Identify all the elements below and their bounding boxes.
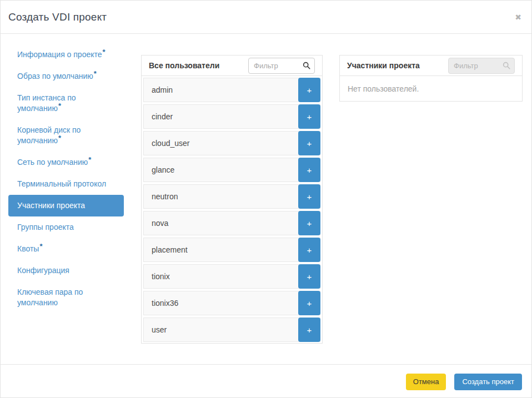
sidebar-item-project-groups[interactable]: Группы проекта [8, 216, 124, 238]
sidebar-item-label: Тип инстанса по умолчанию [17, 93, 76, 113]
required-asterisk: * [88, 155, 91, 164]
all-users-panel-header: Все пользователи [142, 56, 322, 76]
dialog-title: Создать VDI проект [8, 11, 107, 23]
sidebar-item-label: Квоты [17, 244, 39, 253]
sidebar-item-label: Терминальный протокол [17, 179, 106, 188]
all-users-title: Все пользователи [149, 61, 219, 70]
members-empty-message: Нет пользователей. [340, 76, 522, 101]
required-asterisk: * [103, 48, 106, 56]
user-name: tionix [152, 272, 170, 281]
project-members-title: Участники проекта [347, 61, 420, 70]
user-name: placement [152, 245, 188, 254]
project-members-filter [448, 58, 515, 74]
user-row: tionix+ [143, 264, 320, 289]
add-user-button[interactable]: + [298, 318, 320, 342]
all-users-filter [248, 58, 315, 74]
sidebar-item-default-root-disk[interactable]: Корневой диск по умолчанию* [8, 119, 124, 152]
user-row: placement+ [143, 238, 320, 262]
close-icon[interactable]: ✖ [515, 13, 521, 21]
add-user-button[interactable]: + [298, 158, 320, 182]
sidebar-item-label: Ключевая пара по умолчанию [17, 288, 83, 307]
sidebar-item-default-network[interactable]: Сеть по умолчанию* [8, 152, 124, 173]
user-row: tionix36+ [143, 291, 320, 315]
add-user-button[interactable]: + [298, 264, 320, 289]
dialog-footer: Отмена Создать проект [1, 364, 531, 398]
sidebar-item-label: Сеть по умолчанию [17, 158, 88, 167]
sidebar-item-default-flavor[interactable]: Тип инстанса по умолчанию* [8, 87, 124, 119]
create-project-button[interactable]: Создать проект [454, 374, 522, 390]
dialog-header: Создать VDI проект ✖ [1, 1, 531, 34]
required-asterisk: * [58, 102, 61, 110]
required-asterisk: * [58, 134, 61, 142]
user-name: neutron [152, 192, 178, 201]
sidebar-item-label: Группы проекта [17, 223, 74, 231]
sidebar-item-terminal-protocol[interactable]: Терминальный протокол [8, 173, 124, 195]
user-row: admin+ [143, 78, 320, 102]
sidebar-item-label: Образ по умолчанию [17, 72, 93, 80]
project-members-panel: Участники проекта Нет пользователей. [339, 55, 523, 102]
add-user-button[interactable]: + [298, 238, 320, 262]
required-asterisk: * [94, 69, 97, 78]
user-name: tionix36 [152, 299, 178, 308]
search-icon [503, 62, 510, 69]
sidebar-item-default-keypair[interactable]: Ключевая пара по умолчанию [8, 281, 124, 314]
sidebar-item-quotas[interactable]: Квоты* [8, 238, 124, 260]
user-row: glance+ [143, 158, 320, 182]
sidebar-item-label: Информация о проекте [17, 50, 102, 59]
user-name: nova [152, 219, 168, 228]
user-row: neutron+ [143, 184, 320, 209]
wizard-tabs: Информация о проекте*Образ по умолчанию*… [8, 44, 124, 314]
add-user-button[interactable]: + [298, 104, 320, 129]
add-user-button[interactable]: + [298, 291, 320, 315]
user-name: cinder [152, 112, 173, 121]
project-members-panel-header: Участники проекта [340, 56, 522, 76]
cancel-button[interactable]: Отмена [406, 374, 446, 390]
user-name: cloud_user [152, 139, 190, 148]
user-row: cloud_user+ [143, 131, 320, 155]
add-user-button[interactable]: + [298, 184, 320, 209]
sidebar-item-configuration[interactable]: Конфигурация [8, 260, 124, 281]
user-row: cinder+ [143, 104, 320, 129]
sidebar-item-label: Конфигурация [17, 266, 69, 275]
sidebar-item-default-image[interactable]: Образ по умолчанию* [8, 66, 124, 87]
all-users-list: admin+cinder+cloud_user+glance+neutron+n… [142, 76, 322, 344]
user-row: nova+ [143, 211, 320, 235]
user-name: user [152, 325, 167, 334]
add-user-button[interactable]: + [298, 78, 320, 102]
sidebar-item-label: Участники проекта [17, 201, 85, 210]
user-name: admin [152, 85, 173, 94]
add-user-button[interactable]: + [298, 131, 320, 155]
sidebar-item-label: Корневой диск по умолчанию [17, 125, 81, 145]
all-users-panel: Все пользователи admin+cinder+cloud_user… [141, 55, 323, 344]
search-icon[interactable] [303, 62, 310, 69]
user-name: glance [152, 165, 174, 174]
user-row: user+ [143, 318, 320, 342]
sidebar-item-project-info[interactable]: Информация о проекте* [8, 44, 124, 66]
required-asterisk: * [39, 242, 42, 250]
sidebar-item-project-members[interactable]: Участники проекта [8, 195, 124, 216]
add-user-button[interactable]: + [298, 211, 320, 235]
